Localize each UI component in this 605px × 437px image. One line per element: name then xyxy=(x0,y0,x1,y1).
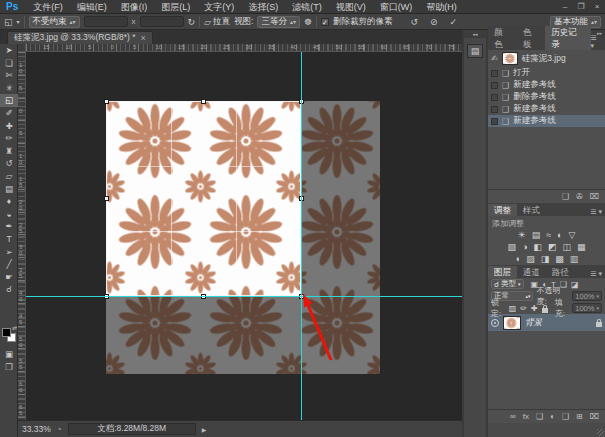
panel-menu-icon[interactable]: ☰ ▾ xyxy=(591,34,605,50)
curves-icon[interactable]: ≈ xyxy=(546,230,551,242)
panel-menu-icon[interactable]: ☰ ▾ xyxy=(590,270,605,278)
crop-ratio-select[interactable]: 不受约束 ▴▾ xyxy=(29,16,80,28)
crop-tool-preset-icon[interactable]: ◱ xyxy=(4,16,13,28)
delete-layer-icon[interactable]: ⌧ xyxy=(590,412,599,421)
crop-handle-nw[interactable] xyxy=(104,99,109,104)
tab-色板[interactable]: 色板 xyxy=(517,26,546,50)
menu-item[interactable]: 编辑(E) xyxy=(70,0,114,14)
layer-name[interactable]: 背景 xyxy=(525,317,542,329)
close-tab-icon[interactable]: × xyxy=(141,33,146,43)
crop-height-field[interactable] xyxy=(140,16,184,27)
swap-colors-icon[interactable]: ⇄ xyxy=(12,324,17,331)
vibrance-icon[interactable]: ▽ xyxy=(569,230,576,242)
history-brush-tool[interactable]: ↺ xyxy=(0,157,18,170)
tab-样式[interactable]: 样式 xyxy=(517,204,546,216)
commit-crop-icon[interactable]: ✓ xyxy=(450,16,458,28)
new-document-from-state-icon[interactable]: ❑ xyxy=(562,192,569,201)
dodge-tool[interactable]: ◒ xyxy=(0,208,18,221)
lock-all-icon[interactable] xyxy=(542,308,548,313)
black-white-icon[interactable]: ◧ xyxy=(533,242,542,254)
document-tab[interactable]: 硅藻泥3.jpg @ 33.3%(RGB/8*) * × xyxy=(7,31,153,44)
screen-mode-button[interactable]: ❐ xyxy=(0,362,18,372)
layer-filter-select[interactable]: ☌ 类型 ▾ xyxy=(491,279,524,289)
background-layer-row[interactable]: 背景 xyxy=(488,314,605,331)
color-lookup-icon[interactable]: ▦ xyxy=(577,242,586,254)
move-tool[interactable]: ➤ xyxy=(0,44,18,57)
line-tool[interactable]: ╱ xyxy=(0,258,18,271)
filter-smart-object-icon[interactable]: ◪ xyxy=(571,280,579,289)
healing-brush-tool[interactable]: ✚ xyxy=(0,120,18,133)
lock-pixels-icon[interactable]: ✏ xyxy=(520,304,527,313)
menu-item[interactable]: 视图(V) xyxy=(329,0,373,14)
tab-路径[interactable]: 路径 xyxy=(546,266,575,278)
menu-item[interactable]: 选择(S) xyxy=(241,0,285,14)
magic-wand-tool[interactable]: ✳ xyxy=(0,82,18,95)
lock-transparent-icon[interactable]: ▨ xyxy=(509,304,517,313)
crop-width-field[interactable] xyxy=(84,16,128,27)
cancel-crop-icon[interactable]: ⊘ xyxy=(430,16,438,28)
status-flyout-icon[interactable]: ▶ xyxy=(202,426,207,433)
minimize-button[interactable]: – xyxy=(557,0,573,13)
channel-mixer-icon[interactable]: ◫ xyxy=(562,242,571,254)
gradient-map-icon[interactable]: ▩ xyxy=(555,254,564,266)
adjustment-layer-icon[interactable]: ◐ xyxy=(550,412,555,421)
tab-颜色[interactable]: 颜色 xyxy=(488,26,517,50)
crop-handle-n[interactable] xyxy=(201,99,206,104)
new-snapshot-icon[interactable]: ✇ xyxy=(576,192,583,201)
invert-icon[interactable]: ◖ xyxy=(515,254,520,266)
hue-saturation-icon[interactable]: ▧ xyxy=(507,242,516,254)
delete-cropped-pixels-checkbox[interactable]: ✓ xyxy=(321,18,329,26)
eyedropper-tool[interactable]: ✐ xyxy=(0,107,18,120)
tab-图层[interactable]: 图层 xyxy=(488,266,517,278)
fill-value[interactable]: 100% ▾ xyxy=(572,303,602,313)
crop-tool[interactable]: ◱ xyxy=(0,94,18,107)
document-view[interactable] xyxy=(26,52,462,420)
collapsed-panel-icon[interactable]: ▤ xyxy=(467,44,483,58)
history-snapshot-row[interactable]: ✍ 硅藻泥3.jpg xyxy=(488,50,605,67)
panel-menu-icon[interactable]: ☰ ▾ xyxy=(590,208,605,216)
crop-handle-w[interactable] xyxy=(104,196,109,201)
menu-item[interactable]: 图层(L) xyxy=(154,0,197,14)
history-entry[interactable]: ❑打开 xyxy=(488,67,605,79)
clone-stamp-tool[interactable]: ♜ xyxy=(0,145,18,158)
set-history-source-box[interactable] xyxy=(491,106,498,113)
resize-grip[interactable] xyxy=(597,429,604,436)
blur-tool[interactable]: ♦ xyxy=(0,195,18,208)
selective-color-icon[interactable]: ▥ xyxy=(570,254,579,266)
pen-tool[interactable]: ✒ xyxy=(0,220,18,233)
hand-tool[interactable]: ☛ xyxy=(0,271,18,284)
tab-通道[interactable]: 通道 xyxy=(517,266,546,278)
overlay-select[interactable]: 三等分 ▴▾ xyxy=(257,16,300,28)
tab-历史记录[interactable]: 历史记录 xyxy=(545,26,590,50)
threshold-icon[interactable]: ◨ xyxy=(541,254,550,266)
crop-box[interactable] xyxy=(106,101,301,296)
close-button[interactable]: × xyxy=(589,0,605,13)
straighten-button[interactable]: ▱ 拉直 xyxy=(204,16,230,28)
foreground-color-swatch[interactable] xyxy=(2,328,11,337)
lock-position-icon[interactable]: ✚ xyxy=(531,304,538,313)
swap-dimensions-icon[interactable]: ↻ xyxy=(188,16,196,28)
color-balance-icon[interactable]: ◑ xyxy=(522,242,527,254)
vertical-ruler[interactable]: 1 05051 01 52 02 53 03 54 04 55 05 56 06… xyxy=(18,52,26,420)
levels-icon[interactable]: ▤ xyxy=(532,230,541,242)
posterize-icon[interactable]: ▨ xyxy=(526,254,535,266)
history-entry[interactable]: ❑新建参考线 xyxy=(488,115,605,127)
lasso-tool[interactable]: ✄ xyxy=(0,69,18,82)
exposure-icon[interactable]: ◐ xyxy=(557,230,562,242)
history-entry[interactable]: ❑新建参考线 xyxy=(488,103,605,115)
zoom-tool[interactable]: ☌ xyxy=(0,283,18,296)
set-history-source-box[interactable] xyxy=(491,70,498,77)
tool-preset-caret-icon[interactable]: ▾ xyxy=(17,16,20,28)
add-mask-icon[interactable]: ❏ xyxy=(536,412,543,421)
ruler-origin[interactable] xyxy=(18,44,26,52)
link-layers-icon[interactable]: ∞ xyxy=(510,412,516,421)
opacity-value[interactable]: 100% ▾ xyxy=(572,291,602,301)
history-source-icon[interactable]: ✍ xyxy=(491,54,498,63)
eraser-tool[interactable]: ▱ xyxy=(0,170,18,183)
delete-history-icon[interactable]: ⌧ xyxy=(590,192,599,201)
photo-filter-icon[interactable]: ◩ xyxy=(548,242,557,254)
maximize-button[interactable]: ❐ xyxy=(573,0,589,13)
layer-style-icon[interactable]: fx xyxy=(523,412,529,421)
menu-item[interactable]: 窗口(W) xyxy=(373,0,420,14)
gear-icon[interactable]: ☸ xyxy=(304,16,312,28)
